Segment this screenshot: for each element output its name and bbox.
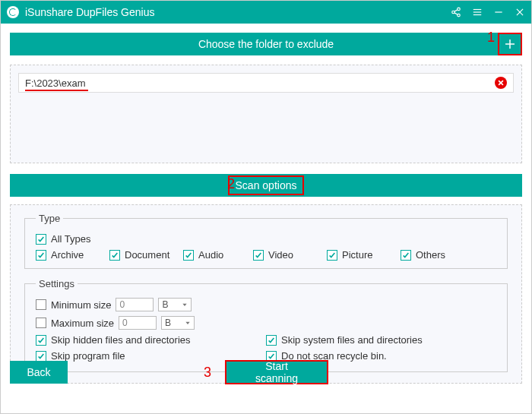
share-icon[interactable] — [451, 7, 461, 17]
remove-folder-button[interactable] — [495, 77, 507, 89]
back-button[interactable]: Back — [10, 361, 68, 384]
checkbox-label: All Types — [51, 233, 91, 245]
close-icon[interactable] — [515, 7, 525, 17]
scan-options-label: Scan options — [228, 175, 305, 195]
min-size-label: Minimum size — [51, 299, 111, 311]
folder-row: F:\2023\exam — [18, 73, 514, 93]
annotation-2: 2 — [227, 176, 235, 192]
checkbox-skip-program[interactable] — [36, 351, 46, 362]
app-logo-icon — [7, 6, 19, 18]
min-size-unit-select[interactable]: B — [158, 298, 192, 311]
header-text: Choose the folder to exclude — [198, 38, 334, 50]
start-scanning-button[interactable]: Start scanning — [225, 360, 328, 384]
skip-hidden-label: Skip hidden files and directories — [51, 334, 191, 346]
svg-point-1 — [452, 11, 455, 14]
max-size-input[interactable] — [119, 316, 157, 330]
settings-fieldset: Settings Minimum size B Maximum size B — [24, 278, 508, 372]
checkbox-label: Others — [416, 249, 445, 261]
svg-point-2 — [458, 14, 461, 17]
add-folder-button[interactable] — [498, 33, 522, 55]
max-size-label: Maximum size — [51, 318, 114, 329]
checkbox-all-types[interactable]: All Types — [36, 233, 109, 245]
annotation-3: 3 — [204, 365, 211, 381]
checkbox-min-size[interactable] — [36, 299, 46, 310]
annotation-1: 1 — [487, 30, 495, 46]
menu-icon[interactable] — [472, 7, 483, 17]
max-size-unit-select[interactable]: B — [161, 316, 195, 330]
app-window: iSunshare DupFiles Genius Choose the fol… — [0, 0, 532, 414]
svg-marker-16 — [185, 322, 189, 324]
checkbox-audio[interactable]: Audio — [183, 249, 253, 261]
svg-line-3 — [454, 10, 458, 11]
checkbox-picture[interactable]: Picture — [327, 249, 401, 261]
svg-line-4 — [454, 13, 458, 14]
options-panel: Type All Types Archive Document — [10, 204, 522, 384]
scan-options-bar: 2 Scan options — [10, 174, 522, 197]
svg-point-0 — [458, 8, 461, 10]
minimize-icon[interactable] — [493, 7, 504, 17]
app-title: iSunshare DupFiles Genius — [25, 6, 154, 18]
checkbox-video[interactable]: Video — [253, 249, 327, 261]
title-bar: iSunshare DupFiles Genius — [1, 1, 531, 24]
checkbox-label: Archive — [51, 249, 84, 261]
checkbox-skip-hidden[interactable] — [36, 335, 46, 346]
checkbox-archive[interactable]: Archive — [36, 249, 109, 261]
checkbox-max-size[interactable] — [36, 318, 46, 328]
checkbox-label: Video — [268, 249, 293, 261]
type-fieldset: Type All Types Archive Document — [24, 213, 508, 269]
skip-program-label: Skip program file — [51, 350, 125, 362]
bottom-bar: Back 3 Start scanning — [10, 361, 522, 384]
checkbox-label: Document — [125, 249, 169, 261]
checkbox-label: Picture — [342, 249, 372, 261]
checkbox-label: Audio — [198, 249, 223, 261]
skip-system-label: Skip system files and directories — [281, 334, 423, 346]
svg-marker-15 — [183, 304, 187, 306]
min-size-input[interactable] — [116, 298, 154, 311]
folder-exclude-list: F:\2023\exam — [10, 65, 522, 163]
checkbox-others[interactable]: Others — [401, 249, 474, 261]
checkbox-document[interactable]: Document — [109, 249, 183, 261]
checkbox-skip-system[interactable] — [266, 335, 277, 346]
type-legend: Type — [36, 213, 63, 224]
settings-legend: Settings — [36, 278, 78, 289]
header-bar: Choose the folder to exclude 1 — [10, 33, 522, 55]
folder-path: F:\2023\exam — [25, 77, 86, 89]
